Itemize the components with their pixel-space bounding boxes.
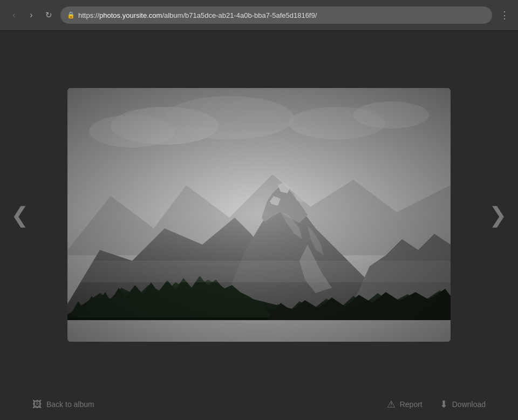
forward-icon: ›: [30, 10, 32, 20]
url-secure-part: https://: [78, 11, 99, 19]
lock-icon: 🔒: [67, 11, 75, 19]
address-bar[interactable]: 🔒 https://photos.yoursite.com/album/b71a…: [60, 6, 492, 24]
album-icon: 🖼: [32, 399, 42, 410]
back-to-album-button[interactable]: 🖼 Back to album: [32, 399, 94, 410]
next-button[interactable]: ❯: [478, 199, 518, 231]
report-label: Report: [400, 400, 422, 409]
back-to-album-label: Back to album: [46, 400, 94, 409]
photo-container: [67, 88, 451, 342]
menu-dots-icon: ⋮: [500, 9, 509, 21]
next-icon: ❯: [489, 203, 507, 227]
url-path-part: /album/b71a5dce-ab21-4a0b-bba7-5afe5d181…: [162, 11, 317, 19]
report-button[interactable]: ⚠ Report: [387, 398, 422, 410]
bottom-bar: 🖼 Back to album ⚠ Report ⬇ Download: [0, 388, 518, 420]
previous-button[interactable]: ❮: [0, 199, 40, 231]
bottom-right-actions: ⚠ Report ⬇ Download: [387, 398, 486, 410]
mountain-image: [67, 88, 451, 342]
svg-rect-22: [67, 88, 451, 342]
download-button[interactable]: ⬇ Download: [440, 398, 486, 410]
browser-chrome: ‹ › ↻ 🔒 https://photos.yoursite.com/albu…: [0, 0, 518, 31]
back-button[interactable]: ‹: [6, 8, 22, 23]
reload-button[interactable]: ↻: [41, 8, 56, 23]
browser-menu-button[interactable]: ⋮: [496, 8, 512, 23]
main-content: ❮: [0, 31, 518, 420]
prev-icon: ❮: [11, 203, 29, 227]
nav-buttons: ‹ › ↻: [6, 8, 56, 23]
forward-button[interactable]: ›: [24, 8, 39, 23]
download-label: Download: [452, 400, 486, 409]
reload-icon: ↻: [45, 10, 52, 20]
url-display: https://photos.yoursite.com/album/b71a5d…: [78, 11, 317, 19]
photo-viewer: ❮: [0, 42, 518, 388]
back-icon: ‹: [12, 10, 15, 20]
browser-toolbar: ‹ › ↻ 🔒 https://photos.yoursite.com/albu…: [0, 0, 518, 30]
url-domain-part: photos.yoursite.com: [99, 11, 162, 19]
download-icon: ⬇: [440, 398, 448, 410]
report-icon: ⚠: [387, 398, 396, 410]
